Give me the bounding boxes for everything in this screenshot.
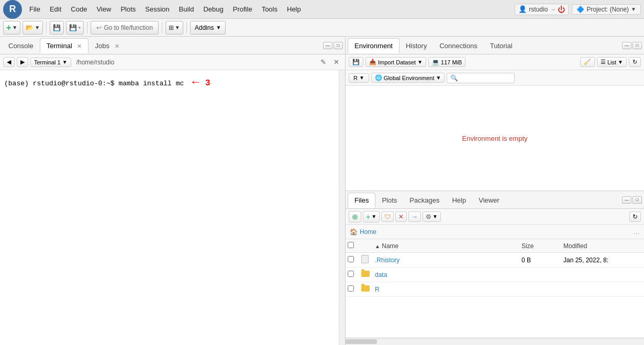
tab-terminal[interactable]: Terminal ✕ <box>40 38 89 53</box>
files-minimize-icon[interactable]: — <box>622 196 631 204</box>
table-row: R <box>346 282 644 297</box>
tab-viewer[interactable]: Viewer <box>472 193 506 207</box>
tab-environment[interactable]: Environment <box>348 38 399 53</box>
row1-file-icon <box>361 255 375 265</box>
save-env-button[interactable]: 💾 <box>349 57 363 67</box>
move-button[interactable]: → <box>408 212 421 222</box>
import-label: Import Dataset <box>378 59 416 65</box>
save-all-button[interactable]: 💾 + <box>66 21 84 35</box>
terminal-name: Terminal 1 <box>34 59 61 65</box>
env-search-input[interactable] <box>447 73 515 83</box>
tab-help[interactable]: Help <box>446 193 472 207</box>
panel-mini-icons: — □ <box>323 42 343 49</box>
row1-checkbox[interactable] <box>348 256 361 264</box>
terminal-selector[interactable]: Terminal 1 ▼ <box>30 58 71 67</box>
import-dataset-button[interactable]: 📥 Import Dataset ▼ <box>365 57 426 67</box>
menu-file[interactable]: File <box>25 3 45 15</box>
terminal-scrollbar[interactable] <box>339 70 345 345</box>
modified-col-header[interactable]: Modified <box>563 242 642 250</box>
broom-button[interactable]: 🧹 <box>580 57 595 67</box>
main-toolbar: + ▼ 📂 ▼ 💾 💾 + ↩ Go to file/function ⊞ ▼ … <box>0 19 644 37</box>
tab-packages[interactable]: Packages <box>403 193 446 207</box>
terminal-prompt: (base) rstudio@rstudio-0:~$ <box>4 80 115 87</box>
row1-file-name[interactable]: .Rhistory <box>375 257 521 264</box>
new-folder-button[interactable]: ⊕ <box>349 211 361 222</box>
files-table-header: ▲ Name Size Modified <box>346 239 644 253</box>
move-icon: → <box>412 213 418 220</box>
maximize-icon[interactable]: □ <box>334 42 343 49</box>
refresh-env-button[interactable]: ↻ <box>629 57 641 67</box>
terminal-close-btn[interactable]: ✕ <box>331 57 342 67</box>
minimize-icon[interactable]: — <box>323 42 332 49</box>
save-all-icon: 💾 <box>69 24 77 31</box>
tab-connections[interactable]: Connections <box>433 39 483 53</box>
addins-button[interactable]: Addins ▼ <box>190 21 226 35</box>
row3-folder-name[interactable]: R <box>375 286 521 293</box>
project-label: Project: (None) <box>586 6 629 13</box>
home-path-button[interactable]: 🏠 Home <box>350 228 376 236</box>
menu-help[interactable]: Help <box>283 3 305 15</box>
terminal-content[interactable]: 1 ↑ 2 (base) rstudio@rstudio-0:~$ mamba … <box>0 70 345 345</box>
tab-console[interactable]: Console <box>2 39 40 53</box>
project-icon: 🔷 <box>576 6 584 13</box>
env-minimize-icon[interactable]: — <box>622 42 631 49</box>
environment-panel: Environment History Connections Tutorial… <box>346 37 644 191</box>
open-file-button[interactable]: 📂 ▼ <box>23 21 43 35</box>
row2-checkbox[interactable] <box>348 271 361 279</box>
menu-edit[interactable]: Edit <box>46 3 65 15</box>
save-icon: 💾 <box>53 24 61 31</box>
refresh-files-button[interactable]: ↻ <box>629 212 641 222</box>
env-toolbar-2: R ▼ 🌐 Global Environment ▼ <box>346 70 644 86</box>
global-env-label: Global Environment <box>384 75 435 81</box>
terminal-nav-back[interactable]: ◀ <box>3 57 15 67</box>
r-language-button[interactable]: R ▼ <box>349 73 369 83</box>
terminal-dropdown-icon: ▼ <box>62 59 68 65</box>
env-maximize-icon[interactable]: □ <box>632 42 642 49</box>
tab-jobs[interactable]: Jobs ✕ <box>88 39 125 53</box>
user-icon: 👤 <box>518 5 527 13</box>
row3-checkbox[interactable] <box>348 285 361 293</box>
horizontal-scrollbar[interactable] <box>346 338 644 345</box>
global-env-button[interactable]: 🌐 Global Environment ▼ <box>371 73 445 83</box>
grid-button[interactable]: ⊞ ▼ <box>165 21 183 35</box>
terminal-brush-icon[interactable]: ✎ <box>318 57 329 67</box>
menu-profile[interactable]: Profile <box>229 3 257 15</box>
project-badge[interactable]: 🔷 Project: (None) ▼ <box>572 4 641 15</box>
tab-history[interactable]: History <box>399 39 433 53</box>
menu-session[interactable]: Session <box>141 3 173 15</box>
tab-tutorial[interactable]: Tutorial <box>484 39 519 53</box>
tab-files[interactable]: Files <box>348 193 375 208</box>
user-badge: 👤 rstudio → ⏻ <box>515 4 569 15</box>
terminal-right-icons: ✎ ✕ <box>318 57 342 67</box>
new-file-button[interactable]: + ▼ <box>3 21 20 35</box>
back-icon: ◀ <box>7 59 11 65</box>
scrollbar-thumb[interactable] <box>346 339 377 344</box>
select-all-checkbox[interactable] <box>348 242 361 250</box>
files-maximize-icon[interactable]: □ <box>632 196 642 204</box>
delete-button[interactable]: ✕ <box>395 212 407 222</box>
settings-dropdown-icon: ▼ <box>432 214 438 219</box>
shield-button[interactable]: 🛡 <box>381 212 394 222</box>
terminal-close-icon[interactable]: ✕ <box>77 43 82 49</box>
name-col-header[interactable]: ▲ Name <box>375 242 521 250</box>
add-file-button[interactable]: + ▼ <box>363 211 380 222</box>
list-view-button[interactable]: ☰ List ▼ <box>597 57 627 67</box>
size-col-header[interactable]: Size <box>521 242 563 250</box>
menu-tools[interactable]: Tools <box>258 3 282 15</box>
tab-plots[interactable]: Plots <box>375 193 403 207</box>
jobs-close-icon[interactable]: ✕ <box>115 43 119 49</box>
menu-view[interactable]: View <box>92 3 115 15</box>
menu-build[interactable]: Build <box>175 3 198 15</box>
more-options-icon[interactable]: … <box>634 228 640 236</box>
row2-folder-name[interactable]: data <box>375 271 521 279</box>
save-button[interactable]: 💾 <box>50 21 64 35</box>
goto-file-button[interactable]: ↩ Go to file/function <box>91 21 158 35</box>
menu-debug[interactable]: Debug <box>199 3 227 15</box>
toolbar-separator-3 <box>162 22 162 34</box>
menu-plots[interactable]: Plots <box>116 3 140 15</box>
home-icon: 🏠 <box>350 228 358 236</box>
project-chevron-icon: ▼ <box>631 6 636 12</box>
settings-button[interactable]: ⚙ ▼ <box>423 212 441 222</box>
menu-code[interactable]: Code <box>66 3 91 15</box>
terminal-nav-forward[interactable]: ▶ <box>17 57 28 67</box>
